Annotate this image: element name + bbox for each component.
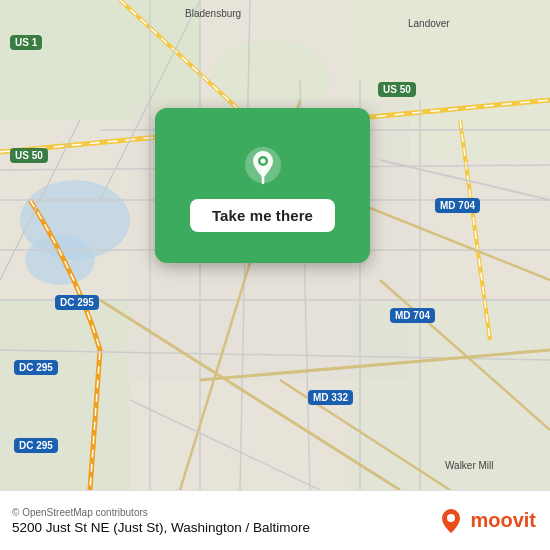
location-pin-icon [237, 139, 289, 191]
badge-dc295-2: DC 295 [14, 360, 58, 375]
badge-md704-lower: MD 704 [390, 308, 435, 323]
location-name: 5200 Just St NE (Just St), Washington / … [12, 520, 310, 535]
moovit-brand-name: moovit [470, 509, 536, 532]
badge-us50-right: US 50 [378, 82, 416, 97]
take-me-there-button[interactable]: Take me there [190, 199, 335, 232]
action-card: Take me there [155, 108, 370, 263]
badge-md332: MD 332 [308, 390, 353, 405]
svg-point-42 [447, 514, 455, 522]
info-left: © OpenStreetMap contributors 5200 Just S… [12, 507, 310, 535]
info-bar: © OpenStreetMap contributors 5200 Just S… [0, 490, 550, 550]
osm-credit: © OpenStreetMap contributors [12, 507, 310, 518]
svg-rect-6 [0, 300, 130, 490]
moovit-pin-icon [437, 507, 465, 535]
badge-dc295-3: DC 295 [14, 438, 58, 453]
badge-md704-right: MD 704 [435, 198, 480, 213]
moovit-logo: moovit [437, 507, 536, 535]
badge-dc295-1: DC 295 [55, 295, 99, 310]
map-container: Bladensburg Landover Walker Mill US 1 US… [0, 0, 550, 490]
badge-us50-left: US 50 [10, 148, 48, 163]
svg-point-2 [25, 235, 95, 285]
badge-us1: US 1 [10, 35, 42, 50]
svg-point-41 [260, 159, 265, 164]
